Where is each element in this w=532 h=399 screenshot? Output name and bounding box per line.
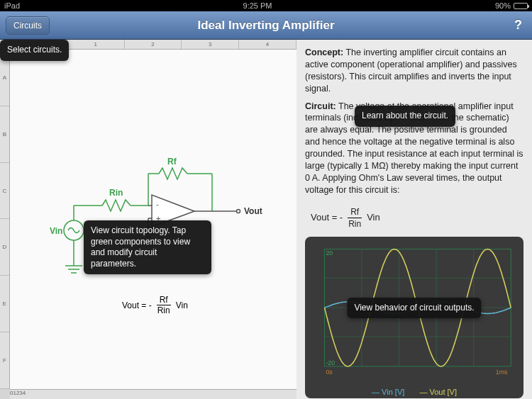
clock-time: 9:25 PM <box>20 1 495 10</box>
vout-label: Vout <box>244 206 262 216</box>
help-button[interactable]: ? <box>510 18 526 33</box>
rin-label: Rin <box>109 188 123 198</box>
rf-label: Rf <box>167 157 177 167</box>
select-circuits-tooltip: Select circuits. <box>0 40 69 61</box>
behavior-tooltip: View behavior of circuit outputs. <box>347 298 481 319</box>
ruler-bottom: 0 1 2 3 4 <box>10 389 297 399</box>
svg-text:20: 20 <box>326 249 333 257</box>
battery-pct: 90% <box>495 1 511 10</box>
schematic-panel[interactable]: 0 1 2 3 4 A B C D E F <box>0 40 297 399</box>
svg-point-21 <box>237 210 240 213</box>
navigation-bar: Circuits Ideal Inverting Amplifier ? <box>0 11 532 40</box>
chart-legend: — Vin [V] — Vout [V] <box>311 387 518 398</box>
page-title: Ideal Inverting Amplifier <box>0 18 532 33</box>
vin-label: Vin <box>50 226 62 236</box>
rin-resistor-icon[interactable] <box>102 200 131 211</box>
schematic-canvas[interactable]: - + Vin Rin Rf Vout Vout = - RfRin Vin <box>10 50 297 389</box>
schematic-equation: Vout = - RfRin Vin <box>122 295 188 315</box>
concept-text: Concept: The inverting amplifier circuit… <box>305 47 523 95</box>
rf-resistor-icon[interactable] <box>159 168 187 179</box>
status-bar: iPad 9:25 PM 90% <box>0 0 532 11</box>
info-panel[interactable]: Concept: The inverting amplifier circuit… <box>297 40 532 399</box>
learn-tooltip: Learn about the circuit. <box>355 106 455 127</box>
svg-text:-: - <box>156 200 159 208</box>
svg-text:-20: -20 <box>326 359 335 366</box>
svg-text:0s: 0s <box>326 369 333 376</box>
ruler-left: A B C D E F <box>0 50 10 389</box>
info-equation: Vout = - RfRin Vin <box>311 206 523 230</box>
circuit-schematic[interactable]: - + Vin Rin Rf Vout <box>10 50 297 390</box>
output-chart[interactable]: 20 -20 0s 1ms — Vin [V] — Vout [V] View … <box>305 237 523 398</box>
device-label: iPad <box>4 1 20 10</box>
circuits-back-button[interactable]: Circuits <box>6 16 50 35</box>
battery-icon <box>514 3 528 9</box>
topology-tooltip: View circuit topology. Tap green compone… <box>84 220 211 274</box>
svg-text:1ms: 1ms <box>496 369 508 376</box>
